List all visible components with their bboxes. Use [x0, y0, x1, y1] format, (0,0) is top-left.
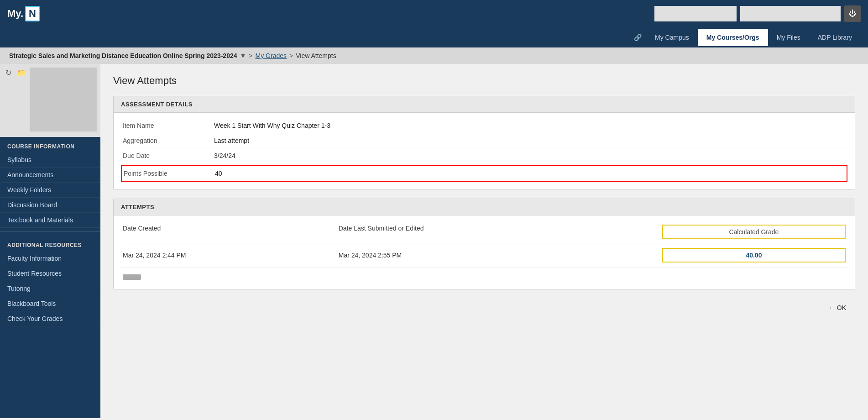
top-right-controls: ⏻ [654, 5, 861, 22]
additional-resources-title: ADDITIONAL RESOURCES [0, 236, 100, 251]
attempts-data-row-1: Mar 24, 2024 2:44 PM Mar 24, 2024 2:55 P… [121, 243, 847, 268]
attempts-table: Date Created Date Last Submitted or Edit… [114, 215, 855, 289]
value-due-date: 3/24/24 [214, 152, 235, 159]
col-header-calculated-grade: Calculated Grade [662, 225, 846, 239]
ok-bar: ← OK [113, 299, 855, 311]
label-aggregation: Aggregation [123, 137, 214, 144]
page-title: View Attempts [113, 75, 855, 87]
value-points-possible: 40 [215, 170, 222, 177]
value-aggregation: Last attempt [214, 137, 249, 144]
search-input-2[interactable] [740, 6, 841, 21]
pin-icon: 🔗 [629, 29, 646, 46]
label-due-date: Due Date [123, 152, 214, 159]
nav-bar: 🔗 My Campus My Courses/Orgs My Files ADP… [0, 27, 868, 47]
sidebar-image-placeholder [30, 68, 97, 131]
sidebar-item-tutoring[interactable]: Tutoring [0, 281, 100, 296]
val-date-submitted-1: Mar 24, 2024 2:55 PM [339, 252, 662, 259]
ok-arrow: ← [829, 304, 835, 311]
breadcrumb-sep1: > [249, 52, 252, 59]
top-header: My. N ⏻ [0, 0, 868, 27]
label-item-name: Item Name [123, 122, 214, 129]
content-area: View Attempts ASSESSMENT DETAILS Item Na… [100, 64, 868, 418]
attempts-button-row [121, 268, 847, 284]
nav-my-files[interactable]: My Files [768, 29, 809, 46]
sidebar: ↻ 📁 COURSE INFORMATION Syllabus Announce… [0, 64, 100, 418]
sidebar-item-student-resources[interactable]: Student Resources [0, 266, 100, 281]
sidebar-item-blackboard-tools[interactable]: Blackboard Tools [0, 296, 100, 311]
attempts-header: ATTEMPTS [114, 199, 855, 215]
attempts-card: ATTEMPTS Date Created Date Last Submitte… [113, 199, 855, 289]
value-item-name: Week 1 Start With Why Quiz Chapter 1-3 [214, 122, 330, 129]
details-table: Item Name Week 1 Start With Why Quiz Cha… [114, 113, 855, 189]
main-layout: ↻ 📁 COURSE INFORMATION Syllabus Announce… [0, 64, 868, 418]
sidebar-item-discussion-board[interactable]: Discussion Board [0, 198, 100, 213]
sidebar-item-syllabus[interactable]: Syllabus [0, 152, 100, 168]
sidebar-folder-button[interactable]: 📁 [15, 68, 28, 78]
val-date-created-1: Mar 24, 2024 2:44 PM [123, 252, 339, 259]
sidebar-item-weekly-folders[interactable]: Weekly Folders [0, 183, 100, 198]
logo-my-text: My. [7, 8, 23, 20]
sidebar-item-check-your-grades[interactable]: Check Your Grades [0, 311, 100, 326]
ok-link[interactable]: ← OK [829, 304, 846, 311]
breadcrumb-course: Strategic Sales and Marketing Distance E… [9, 52, 237, 59]
search-input-1[interactable] [654, 6, 737, 21]
label-points-possible: Points Possible [124, 170, 215, 177]
logo-n-text: N [25, 6, 40, 21]
detail-row-due-date: Due Date 3/24/24 [121, 148, 847, 163]
breadcrumb: Strategic Sales and Marketing Distance E… [0, 47, 868, 64]
sidebar-item-faculty-information[interactable]: Faculty Information [0, 251, 100, 266]
sidebar-divider [0, 231, 100, 232]
breadcrumb-sep2: > [289, 52, 293, 59]
col-header-date-submitted: Date Last Submitted or Edited [339, 225, 662, 239]
attempts-header-row: Date Created Date Last Submitted or Edit… [121, 221, 847, 243]
col-header-date-created: Date Created [123, 225, 339, 239]
nav-my-campus[interactable]: My Campus [646, 29, 698, 46]
detail-row-item-name: Item Name Week 1 Start With Why Quiz Cha… [121, 118, 847, 133]
ok-label: OK [837, 304, 846, 311]
view-attempt-button[interactable] [123, 274, 141, 280]
breadcrumb-current: View Attempts [296, 52, 336, 59]
logo: My. N [7, 6, 40, 21]
assessment-details-card: ASSESSMENT DETAILS Item Name Week 1 Star… [113, 96, 855, 189]
nav-my-courses-orgs[interactable]: My Courses/Orgs [698, 29, 768, 46]
sidebar-item-announcements[interactable]: Announcements [0, 168, 100, 183]
breadcrumb-dropdown[interactable]: ▼ [240, 52, 246, 59]
sidebar-item-textbook-materials[interactable]: Textbook and Materials [0, 213, 100, 228]
power-button[interactable]: ⏻ [844, 5, 861, 22]
detail-row-points-possible: Points Possible 40 [121, 165, 847, 182]
sidebar-refresh-button[interactable]: ↻ [4, 68, 13, 78]
sidebar-top: ↻ 📁 [0, 64, 100, 137]
course-info-title: COURSE INFORMATION [0, 137, 100, 152]
val-calculated-grade-1: 40.00 [662, 248, 846, 262]
nav-adp-library[interactable]: ADP Library [809, 29, 861, 46]
detail-row-aggregation: Aggregation Last attempt [121, 133, 847, 148]
assessment-details-header: ASSESSMENT DETAILS [114, 96, 855, 113]
breadcrumb-grades-link[interactable]: My Grades [256, 52, 287, 59]
